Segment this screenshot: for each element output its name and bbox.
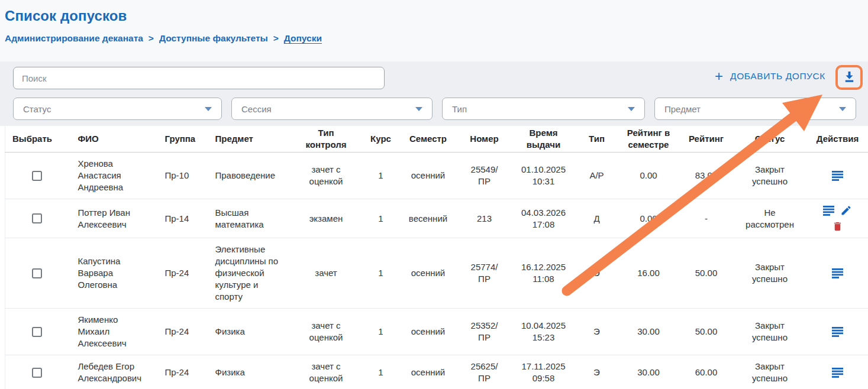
cell-fio: Поттер Иван Алексеевич xyxy=(66,199,153,238)
column-header-number: Номер xyxy=(458,126,511,153)
filter-label: Тип xyxy=(452,104,467,114)
row-actions xyxy=(819,205,857,232)
page-header: Список допусков Администрирование декана… xyxy=(0,0,868,61)
cell-rating: 50.00 xyxy=(680,238,733,309)
details-icon[interactable] xyxy=(832,327,844,337)
pencil-icon[interactable] xyxy=(840,205,852,216)
cell-subject: Высшая математика xyxy=(204,199,289,238)
add-admission-label: ДОБАВИТЬ ДОПУСК xyxy=(730,71,825,82)
cell-course: 1 xyxy=(363,238,399,309)
cell-issued: 16.12.2025 11:08 xyxy=(511,238,576,309)
chevron-down-icon xyxy=(415,107,422,111)
breadcrumb-separator: > xyxy=(273,33,279,44)
chevron-down-icon xyxy=(628,107,635,111)
cell-group: Пр-24 xyxy=(153,309,204,355)
toolbar-panel: + ДОБАВИТЬ ДОПУСК СтатусСессияТипПредмет xyxy=(0,61,868,126)
cell-type: Д xyxy=(576,199,618,238)
cell-semester: осенний xyxy=(399,238,458,309)
row-checkbox[interactable] xyxy=(32,268,42,278)
admissions-page: Список допусков Администрирование декана… xyxy=(0,0,868,389)
filter-label: Сессия xyxy=(241,104,272,114)
column-header-select: Выбрать xyxy=(5,126,66,153)
cell-issued: 04.03.2026 17:08 xyxy=(511,199,576,238)
download-button[interactable] xyxy=(835,65,863,90)
cell-number: 213 xyxy=(458,199,511,238)
breadcrumb: Администрирование деканата>Доступные фак… xyxy=(5,33,868,44)
cell-number: 25549/ ПР xyxy=(458,153,511,199)
breadcrumb-separator: > xyxy=(149,33,154,44)
row-actions xyxy=(819,171,857,181)
cell-issued: 01.10.2025 10:31 xyxy=(511,153,576,199)
trash-icon[interactable] xyxy=(832,221,843,232)
cell-semester_rating: 0.00 xyxy=(618,153,680,199)
cell-type: А/Р xyxy=(576,153,618,199)
cell-number: 25352/ ПР xyxy=(458,309,511,355)
details-icon[interactable] xyxy=(823,206,835,216)
column-header-course: Курс xyxy=(363,126,399,153)
cell-status: Закрыт успешно xyxy=(733,309,807,355)
cell-fio: Капустина Варвара Олеговна xyxy=(66,238,153,309)
cell-group: Пр-10 xyxy=(153,153,204,199)
column-header-actions: Действия xyxy=(807,126,868,153)
cell-group: Пр-24 xyxy=(153,355,204,389)
cell-status: Не рассмотрен xyxy=(733,199,807,238)
cell-rating: 50.00 xyxy=(680,309,733,355)
table-row: Поттер Иван АлексеевичПр-14Высшая матема… xyxy=(5,199,868,238)
row-actions xyxy=(819,268,857,278)
page-title: Список допусков xyxy=(5,8,868,24)
cell-subject: Физика xyxy=(204,355,289,389)
cell-control: зачет с оценкой xyxy=(289,153,363,199)
filter-label: Предмет xyxy=(664,104,701,114)
cell-status: Закрыт успешно xyxy=(733,238,807,309)
cell-semester: осенний xyxy=(399,355,458,389)
details-icon[interactable] xyxy=(832,171,844,181)
filter-select-subject[interactable]: Предмет xyxy=(654,98,856,120)
cell-semester_rating: 30.00 xyxy=(618,355,680,389)
breadcrumb-item[interactable]: Допуски xyxy=(284,33,322,44)
cell-control: экзамен xyxy=(289,199,363,238)
column-header-status: Статус xyxy=(733,126,807,153)
filter-label: Статус xyxy=(23,104,51,114)
cell-type: Э xyxy=(576,309,618,355)
cell-fio: Хренова Анастасия Андреевна xyxy=(66,153,153,199)
row-checkbox[interactable] xyxy=(32,327,42,337)
cell-group: Пр-24 xyxy=(153,238,204,309)
filter-select-type[interactable]: Тип xyxy=(442,98,645,120)
cell-actions xyxy=(807,199,868,238)
row-checkbox[interactable] xyxy=(32,171,42,181)
cell-actions xyxy=(807,238,868,309)
details-icon[interactable] xyxy=(832,268,844,278)
cell-semester: осенний xyxy=(399,309,458,355)
column-header-fio: ФИО xyxy=(66,126,153,153)
cell-actions xyxy=(807,355,868,389)
row-checkbox[interactable] xyxy=(32,213,42,223)
cell-fio: Якименко Михаил Алексеевич xyxy=(66,309,153,355)
cell-semester: осенний xyxy=(399,153,458,199)
details-icon[interactable] xyxy=(832,368,844,378)
cell-subject: Элективные дисциплины по физической куль… xyxy=(204,238,289,309)
cell-control: зачет с оценкой xyxy=(289,309,363,355)
cell-control: зачет xyxy=(289,238,363,309)
cell-type: Э xyxy=(576,355,618,389)
breadcrumb-item[interactable]: Администрирование деканата xyxy=(5,33,143,44)
plus-icon: + xyxy=(715,70,723,83)
cell-semester_rating: 16.00 xyxy=(618,238,680,309)
filter-select-status[interactable]: Статус xyxy=(13,98,222,120)
breadcrumb-item[interactable]: Доступные факультеты xyxy=(159,33,268,44)
column-header-semester: Семестр xyxy=(399,126,458,153)
cell-number: 25774/ ПР xyxy=(458,238,511,309)
cell-rating: 83.00 xyxy=(680,153,733,199)
filter-row: СтатусСессияТипПредмет xyxy=(0,98,868,120)
cell-select xyxy=(5,355,66,389)
filter-select-session[interactable]: Сессия xyxy=(231,98,433,120)
cell-subject: Правоведение xyxy=(204,153,289,199)
cell-course: 1 xyxy=(363,355,399,389)
add-admission-button[interactable]: + ДОБАВИТЬ ДОПУСК xyxy=(711,69,829,83)
cell-select xyxy=(5,309,66,355)
search-input[interactable] xyxy=(13,67,385,89)
row-checkbox[interactable] xyxy=(32,368,42,378)
cell-group: Пр-14 xyxy=(153,199,204,238)
cell-select xyxy=(5,199,66,238)
column-header-control: Тип контроля xyxy=(289,126,363,153)
cell-type: Э xyxy=(576,238,618,309)
